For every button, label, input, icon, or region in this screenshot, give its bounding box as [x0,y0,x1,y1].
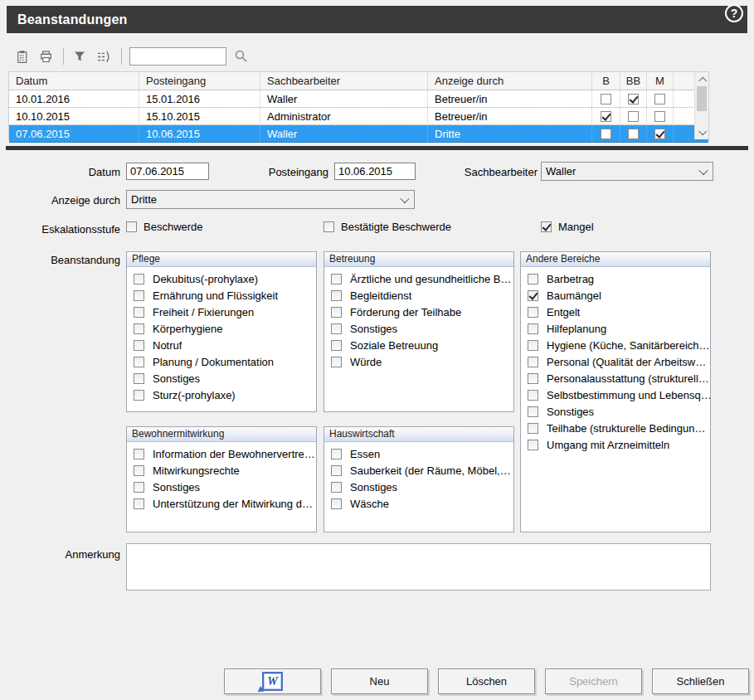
item-checkbox[interactable] [134,307,144,318]
checkbox-item[interactable]: Dekubitus(-prohylaxe) [127,270,316,287]
checkbox-item[interactable]: Baumängel [521,287,710,304]
item-checkbox[interactable] [331,290,342,301]
checkbox-item[interactable]: Soziale Betreuung [324,337,513,353]
item-checkbox[interactable] [528,307,538,318]
column-header[interactable]: Anzeige durch [428,72,592,90]
checkbox-item[interactable]: Barbetrag [521,270,710,287]
checkbox-item[interactable]: Personal (Qualität der Arbeitsw… [521,353,710,370]
item-checkbox[interactable] [528,440,538,450]
checkbox-item[interactable]: Personalausstattung (strukturell… [521,370,710,386]
b-checkbox[interactable] [601,111,611,122]
checkbox-item[interactable]: Sturz(-prohylaxe) [127,386,316,403]
item-checkbox[interactable] [134,449,144,459]
word-export-button[interactable]: W [224,668,321,694]
checkbox-item[interactable]: Umgang mit Arzneimitteln [521,436,710,453]
table-row[interactable]: 10.01.201615.01.2016WallerBetreuer/in [9,90,708,108]
item-checkbox[interactable] [528,423,538,434]
item-checkbox[interactable] [331,465,342,476]
checkbox-item[interactable]: Mitwirkungsrechte [127,462,316,479]
schliessen-button[interactable]: Schließen [652,668,749,694]
column-header[interactable]: Posteingang [139,72,260,90]
help-icon[interactable]: ? [725,4,743,22]
item-checkbox[interactable] [528,340,538,351]
neu-button[interactable]: Neu [331,668,428,694]
item-checkbox[interactable] [134,323,144,334]
table-row[interactable]: 07.06.201510.06.2015WallerDritte [9,125,708,143]
m-checkbox[interactable] [654,111,665,122]
search-icon[interactable] [233,48,250,65]
item-checkbox[interactable] [331,340,342,351]
item-checkbox[interactable] [331,307,342,318]
checkbox-item[interactable]: Ernährung und Flüssigkeit [127,287,316,304]
column-header[interactable]: B [592,72,620,90]
checkbox-item[interactable]: Körperhygiene [127,320,316,337]
item-checkbox[interactable] [331,482,342,493]
search-input[interactable] [129,47,226,66]
checkbox-item[interactable]: Information der Bewohnervertre… [127,445,316,462]
anzeige-durch-select[interactable]: Dritte [126,190,415,209]
checkbox-item[interactable]: Ärztliche und gesundheitliche B… [324,270,513,287]
speichern-button[interactable]: Speichern [545,668,642,694]
item-checkbox[interactable] [134,373,144,384]
item-checkbox[interactable] [528,274,538,284]
column-header[interactable]: BB [620,72,647,90]
print-icon[interactable] [37,48,54,65]
checkbox-item[interactable]: Essen [324,445,513,462]
item-checkbox[interactable] [134,482,144,493]
item-checkbox[interactable] [331,498,342,509]
item-checkbox[interactable] [528,390,538,401]
bb-checkbox[interactable] [628,129,639,139]
item-checkbox[interactable] [134,274,144,284]
checkbox-item[interactable]: Entgelt [521,304,710,320]
item-checkbox[interactable] [331,449,342,459]
checkbox-item[interactable]: Würde [324,353,513,370]
m-checkbox[interactable] [654,129,665,139]
item-checkbox[interactable] [528,357,538,367]
checkbox-item[interactable]: Begleitdienst [324,287,513,304]
checkbox-item[interactable]: Unterstützung der Mitwirkung d… [127,495,316,512]
checkbox-item[interactable]: Selbstbestimmung und Lebensq… [521,386,710,403]
checkbox-item[interactable]: Freiheit / Fixierungen [127,304,316,320]
checkbox-item[interactable]: Hilfeplanung [521,320,710,337]
checkbox-item[interactable]: Notruf [127,337,316,353]
report-icon[interactable] [13,48,30,65]
vertical-scrollbar[interactable] [694,72,708,139]
checkbox-item[interactable]: Sonstiges [324,320,513,337]
item-checkbox[interactable] [134,340,144,351]
scroll-down-icon[interactable] [695,126,708,139]
posteingang-field[interactable] [334,163,416,180]
eskalation-checkbox[interactable] [126,221,137,232]
scrollbar-thumb[interactable] [697,86,707,111]
item-checkbox[interactable] [134,390,144,401]
column-header[interactable]: M [647,72,674,90]
table-row[interactable]: 10.10.201515.10.2015AdministratorBetreue… [9,108,708,125]
m-checkbox[interactable] [654,94,665,105]
checkbox-item[interactable]: Wäsche [324,495,513,512]
checkbox-item[interactable]: Sonstiges [324,479,513,495]
item-checkbox[interactable] [134,498,144,509]
checkbox-item[interactable]: Hygiene (Küche, Sanitärbereich… [521,337,710,353]
checkbox-item[interactable]: Sauberkeit (der Räume, Möbel,… [324,462,513,479]
item-checkbox[interactable] [528,406,538,417]
item-checkbox[interactable] [134,465,144,476]
eskalation-checkbox[interactable] [323,221,334,232]
item-checkbox[interactable] [528,373,538,384]
bb-checkbox[interactable] [628,94,639,105]
bb-checkbox[interactable] [628,111,639,122]
item-checkbox[interactable] [528,323,538,334]
item-checkbox[interactable] [331,274,342,284]
sachbearbeiter-select[interactable]: Waller [541,162,713,181]
checkbox-item[interactable]: Sonstiges [521,403,710,420]
b-checkbox[interactable] [601,129,611,139]
b-checkbox[interactable] [601,94,611,105]
column-header[interactable]: Sachbearbeiter [260,72,428,90]
filter-reset-icon[interactable] [95,48,112,65]
eskalation-checkbox[interactable] [541,221,552,232]
datum-field[interactable] [126,163,209,180]
item-checkbox[interactable] [331,323,342,334]
eskalation-option[interactable]: Beschwerde [126,221,203,233]
filter-icon[interactable] [71,48,88,65]
checkbox-item[interactable]: Teilhabe (strukturelle Bedingun… [521,420,710,436]
checkbox-item[interactable]: Sonstiges [127,479,316,495]
checkbox-item[interactable]: Förderung der Teilhabe [324,304,513,320]
